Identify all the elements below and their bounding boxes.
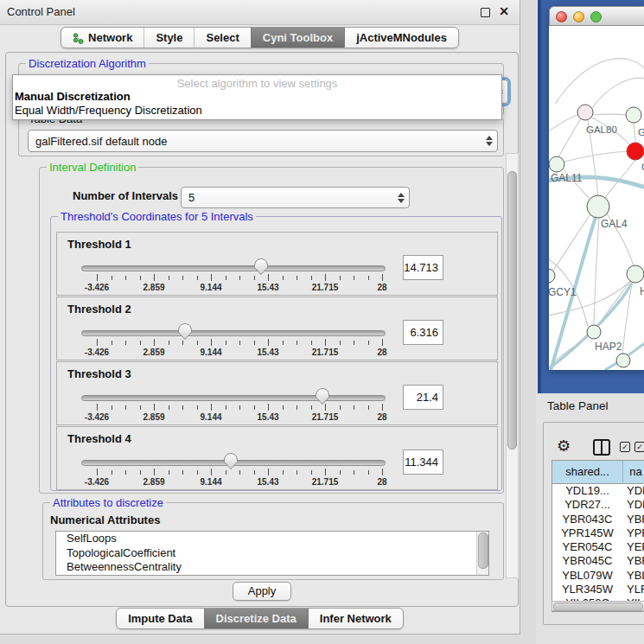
network-node[interactable]: [577, 105, 593, 120]
slider-tick-label: 2.859: [143, 283, 164, 292]
slider-thumb[interactable]: [315, 387, 330, 405]
network-node[interactable]: [587, 195, 609, 218]
network-canvas[interactable]: GAL80GAGAL11CGAL4GCY1HHAP2: [549, 26, 644, 370]
numerical-attributes-list[interactable]: SelfLoopsTopologicalCoefficientBetweenne…: [55, 531, 489, 576]
apply-button[interactable]: Apply: [233, 582, 291, 601]
network-node-label: HAP2: [595, 341, 622, 353]
number-of-intervals-combobox[interactable]: 5: [181, 187, 410, 208]
table-row[interactable]: YDR27...YDR2: [552, 498, 644, 512]
slider-tick: [154, 274, 155, 281]
combo-stepper-icon: [486, 136, 493, 146]
threshold-label: Threshold 3: [67, 367, 131, 380]
close-traffic-light-icon[interactable]: [556, 11, 567, 22]
table-row[interactable]: YBL079WYBL0: [552, 569, 644, 583]
content-vertical-scrollbar[interactable]: [506, 153, 519, 578]
minimize-traffic-light-icon[interactable]: [573, 11, 584, 22]
numerical-attributes-label: Numerical Attributes: [50, 513, 160, 526]
tab-cyni-toolbox[interactable]: Cyni Toolbox: [251, 28, 344, 48]
network-edge[interactable]: [592, 114, 626, 115]
slider-tick: [340, 405, 341, 410]
slider-thumb[interactable]: [223, 452, 239, 470]
table-column-header[interactable]: shared...: [552, 461, 623, 483]
gear-icon[interactable]: ⚙: [557, 437, 571, 456]
table-row[interactable]: YER054CYER0: [552, 540, 644, 554]
float-window-icon[interactable]: [481, 8, 490, 17]
table-row[interactable]: YDL19...YDL1: [552, 484, 644, 498]
tab-network[interactable]: Network: [61, 28, 143, 48]
slider-tick: [382, 469, 383, 475]
slider-tick: [211, 469, 212, 475]
node-table[interactable]: shared...na YDL19...YDL1YDR27...YDR2YBR0…: [552, 460, 644, 612]
attributes-list-scrollbar[interactable]: [476, 532, 488, 575]
table-row[interactable]: YLR345WYLR3: [552, 583, 644, 596]
threshold-value-field[interactable]: 11.344: [403, 450, 443, 475]
network-edge[interactable]: [555, 59, 644, 104]
close-icon[interactable]: ✕: [499, 4, 509, 18]
algorithm-dropdown-popup: Select algorithm to view settings Manual…: [12, 74, 502, 120]
control-panel-titlebar: Control Panel ✕: [0, 0, 520, 25]
slider-tick-label: -3.426: [85, 348, 109, 357]
checkbox-icon[interactable]: ✓: [634, 442, 644, 452]
slider-track[interactable]: [81, 395, 386, 401]
slider-track[interactable]: [81, 265, 386, 271]
threshold-value-field[interactable]: 14.713: [403, 255, 443, 280]
slider-tick-label: 9.144: [200, 412, 221, 422]
tab-select[interactable]: Select: [194, 28, 250, 48]
threshold-label: Threshold 4: [67, 432, 131, 445]
network-edge[interactable]: [598, 281, 630, 326]
network-edge[interactable]: [558, 118, 581, 157]
tab-style[interactable]: Style: [143, 28, 194, 48]
zoom-traffic-light-icon[interactable]: [590, 11, 602, 22]
table-row[interactable]: YBR043CYBR0: [552, 513, 644, 526]
tab-infer-network[interactable]: Infer Network: [308, 609, 403, 628]
columns-icon[interactable]: [593, 439, 610, 456]
slider-tick: [169, 341, 169, 345]
slider-thumb[interactable]: [253, 258, 269, 276]
network-edge[interactable]: [634, 123, 635, 143]
tab-jactivemnodules[interactable]: jActiveMNodules: [344, 28, 458, 48]
network-node[interactable]: [616, 354, 630, 367]
slider-tick: [254, 341, 255, 345]
table-data-combobox[interactable]: galFiltered.sif default node: [28, 130, 498, 152]
slider-tick: [382, 339, 383, 346]
slider-tick: [197, 405, 198, 410]
network-edge[interactable]: [594, 218, 599, 325]
tab-label: Select: [206, 28, 239, 48]
network-edge[interactable]: [552, 214, 590, 271]
network-node[interactable]: [549, 156, 564, 172]
network-node[interactable]: [627, 143, 644, 160]
table-panel-title: Table Panel: [547, 393, 609, 419]
slider-thumb[interactable]: [177, 322, 193, 341]
table-row[interactable]: YPR145WYPR1: [552, 526, 644, 540]
table-column-header[interactable]: na: [623, 461, 644, 483]
algorithm-menu-item-manual-discretization[interactable]: Manual Discretization: [13, 90, 501, 104]
network-node-label: GAL80: [586, 124, 617, 135]
tab-label: jActiveMNodules: [356, 28, 447, 48]
table-horizontal-scrollbar[interactable]: [552, 601, 644, 611]
attribute-list-item[interactable]: BetweennessCentrality: [56, 560, 488, 575]
algorithm-menu-item-equal-width-frequency-discretization[interactable]: Equal Width/Frequency Discretization: [13, 104, 501, 118]
attribute-list-item[interactable]: TopologicalCoefficient: [56, 546, 488, 561]
tab-discretize-data[interactable]: Discretize Data: [204, 609, 308, 628]
network-edge[interactable]: [591, 78, 644, 109]
slider-tick: [97, 404, 98, 411]
network-node[interactable]: [626, 107, 641, 123]
slider-tick-label: 21.715: [312, 412, 339, 422]
network-view-window: GAL80GAGAL11CGAL4GCY1HHAP2: [549, 6, 644, 370]
network-node[interactable]: [549, 269, 555, 283]
table-row[interactable]: YBR045CYBR0: [552, 554, 644, 568]
network-node[interactable]: [587, 325, 601, 339]
slider-tick: [154, 339, 155, 346]
attribute-list-item[interactable]: SelfLoops: [56, 532, 488, 546]
number-of-intervals-label: Number of Intervals: [73, 189, 178, 202]
threshold-value-field[interactable]: 6.316: [403, 320, 443, 345]
slider-tick: [226, 276, 226, 280]
slider-track[interactable]: [81, 330, 386, 336]
checkbox-icon[interactable]: ✓: [620, 442, 630, 452]
threshold-value-field[interactable]: 21.4: [403, 385, 443, 410]
tab-impute-data[interactable]: Impute Data: [117, 609, 203, 628]
interval-definition-title: Interval Definition: [47, 161, 138, 174]
network-node[interactable]: [627, 265, 644, 283]
slider-tick: [354, 341, 354, 345]
network-edge[interactable]: [564, 151, 628, 162]
